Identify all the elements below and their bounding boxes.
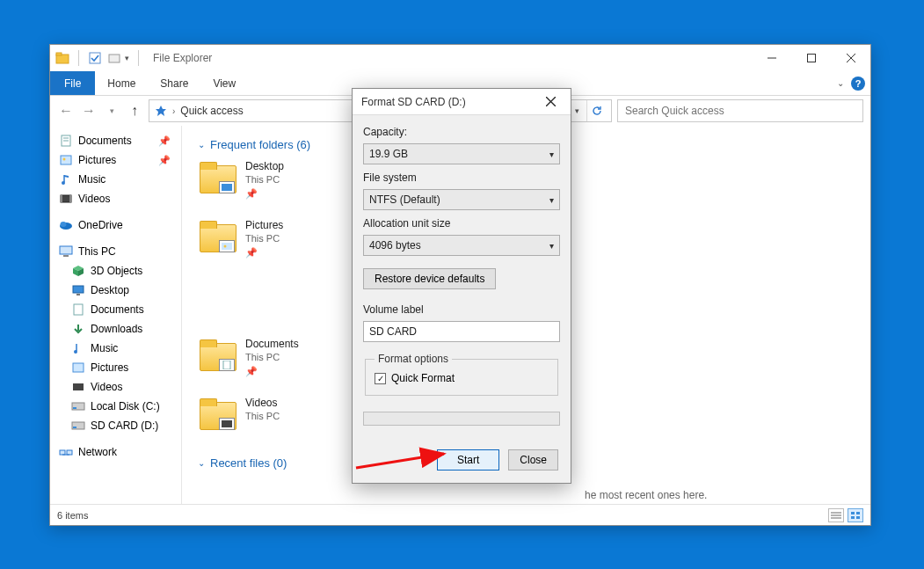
chevron-down-icon: ▾ <box>549 241 554 251</box>
format-options-group: Format options ✓ Quick Format <box>365 353 558 396</box>
navpane-downloads[interactable]: Downloads <box>68 319 181 339</box>
up-button[interactable]: ↑ <box>126 102 143 120</box>
navpane-pictures[interactable]: Pictures 📌 <box>55 150 181 170</box>
allocation-select[interactable]: 4096 bytes ▾ <box>363 235 560 256</box>
quick-format-checkbox[interactable]: ✓ Quick Format <box>375 372 549 384</box>
videos-icon <box>59 192 73 206</box>
disk-icon <box>71 399 85 413</box>
details-view-button[interactable] <box>828 508 844 522</box>
folder-tile-desktop[interactable]: Desktop This PC 📌 <box>198 160 356 200</box>
navpane-local-disk-c[interactable]: Local Disk (C:) <box>68 397 181 416</box>
back-button[interactable]: ← <box>57 102 75 120</box>
search-input[interactable] <box>623 101 857 120</box>
pin-icon: 📌 <box>158 135 178 147</box>
nav-label: Videos <box>78 193 110 205</box>
svg-rect-25 <box>73 286 84 293</box>
nav-label: OneDrive <box>78 219 123 231</box>
folder-tile-documents[interactable]: Documents This PC 📌 <box>198 338 356 377</box>
navpane-3d-objects[interactable]: 3D Objects <box>68 261 181 281</box>
maximize-button[interactable] <box>791 45 831 71</box>
file-tab[interactable]: File <box>50 71 95 95</box>
navpane-documents[interactable]: Documents 📌 <box>55 131 181 150</box>
nav-label: Music <box>78 173 105 186</box>
navigation-pane: Documents 📌 Pictures 📌 Music Videos OneD… <box>50 126 182 504</box>
navpane-pictures-pc[interactable]: Pictures <box>68 358 181 377</box>
section-title: Frequent folders (6) <box>210 138 310 151</box>
navpane-videos[interactable]: Videos <box>55 189 181 208</box>
capacity-label: Capacity: <box>363 126 560 138</box>
nav-label: Local Disk (C:) <box>91 400 160 412</box>
svg-rect-12 <box>61 156 71 164</box>
svg-rect-32 <box>73 407 76 409</box>
folder-tile-videos[interactable]: Videos This PC <box>198 397 356 432</box>
minimize-button[interactable] <box>752 45 791 71</box>
svg-rect-39 <box>222 243 232 250</box>
format-progress-bar <box>363 412 560 426</box>
qat-customize-dropdown-icon[interactable]: ▾ <box>125 54 129 62</box>
tab-view[interactable]: View <box>200 71 248 95</box>
ribbon-expand-icon[interactable]: ⌄ <box>837 78 844 88</box>
tile-title: Pictures <box>245 219 283 231</box>
desktop-icon <box>71 283 85 297</box>
svg-rect-20 <box>60 246 72 254</box>
navpane-this-pc[interactable]: This PC <box>55 242 181 261</box>
tile-title: Desktop <box>245 160 284 172</box>
pin-icon: 📌 <box>245 247 283 259</box>
nav-label: SD CARD (D:) <box>91 419 158 432</box>
nav-label: Music <box>91 342 118 354</box>
navpane-music[interactable]: Music <box>55 170 181 189</box>
forward-button[interactable]: → <box>80 102 98 120</box>
svg-rect-16 <box>61 195 62 202</box>
pin-icon: 📌 <box>245 366 299 377</box>
filesystem-select[interactable]: NTFS (Default) ▾ <box>363 189 560 210</box>
svg-rect-38 <box>222 184 232 191</box>
svg-marker-8 <box>156 106 166 116</box>
navpane-onedrive[interactable]: OneDrive <box>55 215 181 235</box>
svg-rect-46 <box>851 512 855 514</box>
dialog-close-button[interactable] <box>539 91 562 113</box>
folder-tile-pictures[interactable]: Pictures This PC 📌 <box>198 219 356 259</box>
allocation-label: Allocation unit size <box>363 217 560 230</box>
svg-rect-30 <box>73 383 84 390</box>
chevron-down-icon: ▾ <box>549 195 554 205</box>
capacity-select[interactable]: 19.9 GB ▾ <box>363 143 560 164</box>
navpane-desktop[interactable]: Desktop <box>68 281 181 300</box>
network-icon <box>59 445 73 459</box>
svg-rect-1 <box>56 53 62 55</box>
svg-rect-17 <box>69 195 71 202</box>
svg-rect-41 <box>223 361 230 369</box>
restore-defaults-button[interactable]: Restore device defaults <box>363 268 496 289</box>
pin-icon: 📌 <box>158 155 178 166</box>
close-button[interactable] <box>831 45 870 71</box>
recent-locations-dropdown-icon[interactable]: ▾ <box>103 102 120 120</box>
status-item-count: 6 items <box>57 510 88 521</box>
qat-properties-icon[interactable] <box>88 51 102 65</box>
tab-home[interactable]: Home <box>95 71 148 95</box>
navpane-music-pc[interactable]: Music <box>68 339 181 358</box>
search-box[interactable] <box>617 99 863 122</box>
tab-share[interactable]: Share <box>148 71 200 95</box>
large-icons-view-button[interactable] <box>848 508 863 522</box>
nav-label: Pictures <box>78 154 116 166</box>
filesystem-label: File system <box>363 171 560 184</box>
svg-rect-21 <box>63 255 69 257</box>
nav-label: Videos <box>91 381 122 393</box>
help-icon[interactable]: ? <box>851 77 865 91</box>
nav-label: Pictures <box>91 361 128 374</box>
start-button[interactable]: Start <box>437 449 499 471</box>
breadcrumb-quick-access[interactable]: Quick access <box>180 105 243 117</box>
nav-label: Desktop <box>91 284 129 296</box>
navpane-videos-pc[interactable]: Videos <box>68 377 181 397</box>
music-icon <box>59 172 73 186</box>
chevron-down-icon: ⌄ <box>198 140 205 150</box>
close-button-dialog[interactable]: Close <box>508 449 558 471</box>
navpane-documents-pc[interactable]: Documents <box>68 300 181 319</box>
navpane-sd-card-d[interactable]: SD CARD (D:) <box>68 416 181 435</box>
pictures-icon <box>71 361 85 375</box>
qat-new-folder-icon[interactable] <box>107 51 121 65</box>
this-pc-icon <box>59 244 73 259</box>
tile-title: Videos <box>245 397 280 409</box>
volume-label-input[interactable] <box>363 321 560 342</box>
navpane-network[interactable]: Network <box>55 442 181 462</box>
refresh-button[interactable] <box>586 100 606 121</box>
